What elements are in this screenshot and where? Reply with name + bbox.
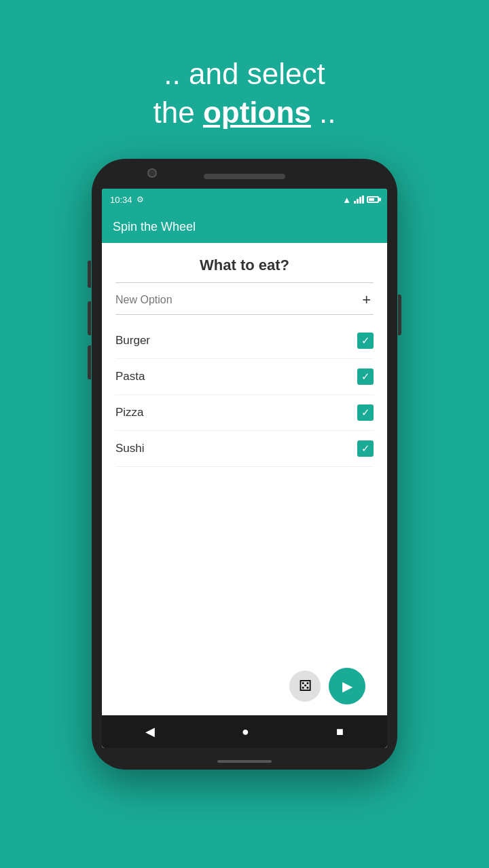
option-label-burger: Burger [115,334,150,347]
recents-button[interactable]: ■ [336,725,344,739]
back-button[interactable]: ◀ [145,724,155,739]
new-option-input[interactable] [115,294,359,306]
add-option-button[interactable]: + [359,291,374,309]
option-item-burger[interactable]: Burger ✓ [115,323,374,359]
app-bar: Spin the Wheel [102,210,387,243]
status-time-area: 10:34 ⚙ [110,195,342,205]
status-bar: 10:34 ⚙ ▲ [102,189,387,210]
title-divider [115,282,374,283]
option-checkbox-burger[interactable]: ✓ [357,333,374,349]
battery-icon [367,196,379,203]
option-label-pizza: Pizza [115,406,144,419]
home-button[interactable]: ● [242,725,249,739]
front-camera [147,168,157,178]
clock: 10:34 [110,195,132,205]
app-title: Spin the Wheel [113,220,196,234]
battery-fill [369,198,374,201]
fab-area: ⚄ ▶ [115,657,374,715]
phone-shell: 10:34 ⚙ ▲ Spin the Whee [92,159,397,770]
signal-bars-icon [354,195,364,204]
volume-up-button [88,301,91,335]
options-list: Burger ✓ Pasta ✓ Pizza ✓ Sushi ✓ [115,323,374,467]
option-checkbox-pizza[interactable]: ✓ [357,404,374,421]
option-label-pasta: Pasta [115,370,145,383]
dice-button[interactable]: ⚄ [289,671,321,702]
header-line2: the options .. [153,93,336,132]
header-line1: .. and select [153,54,336,93]
header-instruction: .. and select the options .. [153,54,336,132]
wheel-title: What to eat? [115,257,374,274]
option-label-sushi: Sushi [115,442,145,455]
play-button[interactable]: ▶ [329,668,365,704]
phone-screen: 10:34 ⚙ ▲ Spin the Whee [102,189,387,748]
gear-icon: ⚙ [137,195,144,204]
main-content: What to eat? + Burger ✓ Pasta ✓ Pizza [102,243,387,715]
home-indicator [217,760,272,763]
wifi-icon: ▲ [342,195,351,205]
power-button [398,295,401,335]
option-item-pasta[interactable]: Pasta ✓ [115,359,374,395]
option-item-pizza[interactable]: Pizza ✓ [115,395,374,431]
phone-bottom [92,753,397,770]
volume-down-button [88,345,91,379]
option-item-sushi[interactable]: Sushi ✓ [115,431,374,467]
navigation-bar: ◀ ● ■ [102,715,387,748]
option-checkbox-pasta[interactable]: ✓ [357,369,374,385]
status-icons: ▲ [342,195,379,205]
new-option-row[interactable]: + [115,291,374,315]
option-checkbox-sushi[interactable]: ✓ [357,440,374,457]
mute-button [88,261,91,288]
phone-speaker [204,174,285,179]
content-spacer [115,467,374,657]
